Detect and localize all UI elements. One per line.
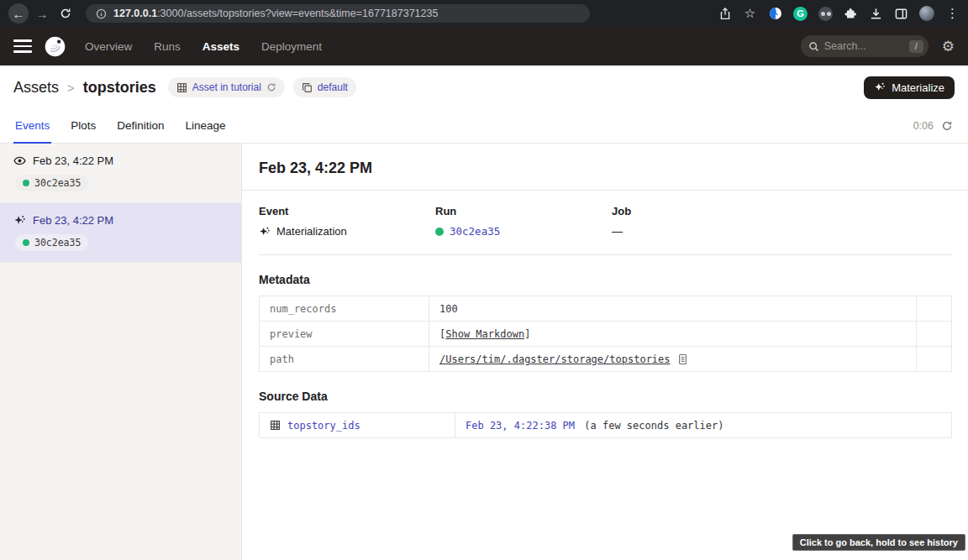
browser-forward-button[interactable]: → — [32, 3, 52, 24]
materialize-button-label: Materialize — [892, 81, 944, 94]
refresh-timer: 0:06 — [913, 120, 953, 143]
materialization-sparkle-icon — [259, 226, 271, 238]
browser-back-tooltip: Click to go back, hold to see history — [792, 534, 965, 551]
nav-item-assets[interactable]: Assets — [203, 40, 239, 53]
search-shortcut-badge: / — [909, 40, 923, 53]
repo-badge-label: Asset in tutorial — [192, 81, 261, 93]
dagster-logo[interactable] — [44, 35, 66, 58]
metadata-value: [Show Markdown] — [429, 322, 917, 347]
materialization-sparkle-icon — [13, 214, 26, 227]
profile-avatar[interactable] — [919, 6, 934, 21]
app-top-nav: Overview Runs Assets Deployment / ⚙ — [0, 27, 968, 65]
metadata-extra-cell — [917, 322, 952, 347]
run-id-chip[interactable]: 30c2ea35 — [15, 234, 88, 251]
extension-puzzle-icon[interactable] — [844, 7, 858, 21]
metadata-key: num_records — [260, 296, 429, 322]
settings-gear-icon[interactable]: ⚙ — [942, 39, 955, 54]
observation-eye-icon — [13, 154, 26, 167]
nav-item-deployment[interactable]: Deployment — [261, 40, 322, 53]
run-status-dot — [23, 239, 29, 246]
run-id-label: 30c2ea35 — [34, 237, 81, 249]
job-column-label: Job — [612, 205, 788, 217]
refresh-icon[interactable] — [941, 120, 953, 132]
browser-reload-button[interactable] — [55, 3, 76, 24]
metadata-key: preview — [260, 322, 429, 347]
global-search[interactable]: / — [801, 35, 929, 57]
run-id-label: 30c2ea35 — [34, 177, 81, 189]
source-asset-link[interactable]: topstory_ids — [270, 420, 445, 432]
extension-grammarly-icon[interactable]: G — [793, 7, 808, 21]
table-row: path /Users/tim/.dagster/storage/topstor… — [260, 347, 952, 372]
run-status-dot — [23, 180, 29, 186]
event-summary-row: Event Materialization Run 30c2ea35 Job — — [259, 205, 952, 238]
table-row: preview [Show Markdown] — [260, 322, 952, 347]
group-badge[interactable]: default — [293, 77, 356, 97]
event-timestamp: Feb 23, 4:22 PM — [33, 214, 113, 227]
source-data-table: topstory_ids Feb 23, 4:22:38 PM (a few s… — [259, 412, 952, 438]
table-row: topstory_ids Feb 23, 4:22:38 PM (a few s… — [260, 413, 952, 438]
repo-badge[interactable]: Asset in tutorial — [168, 77, 285, 97]
nav-item-runs[interactable]: Runs — [154, 40, 181, 53]
materialize-sparkle-icon — [874, 81, 886, 93]
extension-goggles-icon[interactable] — [818, 7, 833, 21]
event-list-sidebar: Feb 23, 4:22 PM 30c2ea35 Feb 23, 4:22 PM… — [0, 144, 242, 560]
tab-events[interactable]: Events — [15, 119, 50, 143]
breadcrumb-assets-link[interactable]: Assets — [13, 79, 59, 97]
path-link[interactable]: /Users/tim/.dagster/storage/topstories — [439, 353, 671, 365]
browser-menu-icon[interactable]: ⋮ — [945, 7, 960, 21]
url-text: 127.0.0.1:3000/assets/topstories?view=ev… — [113, 8, 438, 19]
copy-path-icon[interactable] — [677, 353, 688, 365]
materialize-button[interactable]: Materialize — [864, 76, 955, 99]
event-detail-panel: Feb 23, 4:22 PM Event Materialization Ru… — [242, 144, 968, 560]
reload-definitions-icon[interactable] — [266, 82, 276, 92]
metadata-value: /Users/tim/.dagster/storage/topstories — [429, 347, 917, 372]
browser-toolbar: ← → 127.0.0.1:3000/assets/topstories?vie… — [0, 0, 968, 27]
downloads-icon[interactable] — [869, 7, 883, 21]
run-id-link[interactable]: 30c2ea35 — [450, 225, 500, 238]
url-path: :3000/assets/topstories?view=events&time… — [157, 8, 438, 19]
side-panel-icon[interactable] — [894, 7, 908, 21]
source-timestamp-link[interactable]: Feb 23, 4:22:38 PM — [466, 420, 575, 432]
hamburger-menu-icon[interactable] — [13, 39, 32, 53]
breadcrumb-separator: > — [67, 81, 75, 95]
back-icon: ← — [13, 8, 25, 20]
metadata-extra-cell — [917, 296, 952, 322]
tab-definition[interactable]: Definition — [117, 119, 164, 143]
refresh-countdown: 0:06 — [913, 120, 934, 132]
bookmark-star-icon[interactable]: ☆ — [743, 7, 757, 21]
extension-clock-icon[interactable] — [768, 7, 782, 21]
run-id-chip[interactable]: 30c2ea35 — [15, 175, 88, 191]
asset-grid-icon — [270, 420, 281, 431]
event-list-item-observation[interactable]: Feb 23, 4:22 PM 30c2ea35 — [0, 144, 241, 203]
metadata-key: path — [260, 347, 429, 372]
event-detail-title: Feb 23, 4:22 PM — [259, 160, 952, 177]
tab-plots[interactable]: Plots — [71, 119, 96, 143]
source-time-cell: Feb 23, 4:22:38 PM (a few seconds earlie… — [455, 413, 952, 438]
asset-page-header: Assets > topstories Asset in tutorial de… — [0, 65, 968, 109]
divider — [259, 254, 952, 255]
event-list-item-materialization[interactable]: Feb 23, 4:22 PM 30c2ea35 — [0, 203, 241, 263]
nav-item-overview[interactable]: Overview — [85, 40, 132, 53]
share-icon[interactable] — [718, 7, 732, 21]
divider — [242, 190, 968, 191]
search-input[interactable] — [824, 40, 897, 52]
breadcrumb: Assets > topstories — [13, 79, 156, 97]
browser-back-button[interactable]: ← — [8, 3, 29, 24]
source-asset-name: topstory_ids — [287, 420, 360, 432]
info-icon — [96, 8, 107, 19]
job-value: — — [612, 225, 623, 238]
source-time-note: (a few seconds earlier) — [584, 420, 723, 432]
group-badge-label: default — [318, 81, 348, 93]
metadata-table: num_records 100 preview [Show Markdown] … — [259, 296, 952, 372]
url-host: 127.0.0.1 — [113, 8, 157, 19]
asset-tabs: Events Plots Definition Lineage 0:06 — [0, 109, 968, 144]
primary-nav: Overview Runs Assets Deployment — [85, 40, 322, 53]
event-timestamp: Feb 23, 4:22 PM — [33, 154, 113, 167]
bracket: ] — [524, 328, 530, 340]
reload-icon — [60, 8, 71, 19]
tab-lineage[interactable]: Lineage — [186, 119, 226, 143]
address-bar[interactable]: 127.0.0.1:3000/assets/topstories?view=ev… — [86, 4, 590, 23]
event-column-label: Event — [259, 205, 435, 217]
forward-icon: → — [36, 8, 49, 20]
show-markdown-link[interactable]: Show Markdown — [445, 328, 524, 340]
